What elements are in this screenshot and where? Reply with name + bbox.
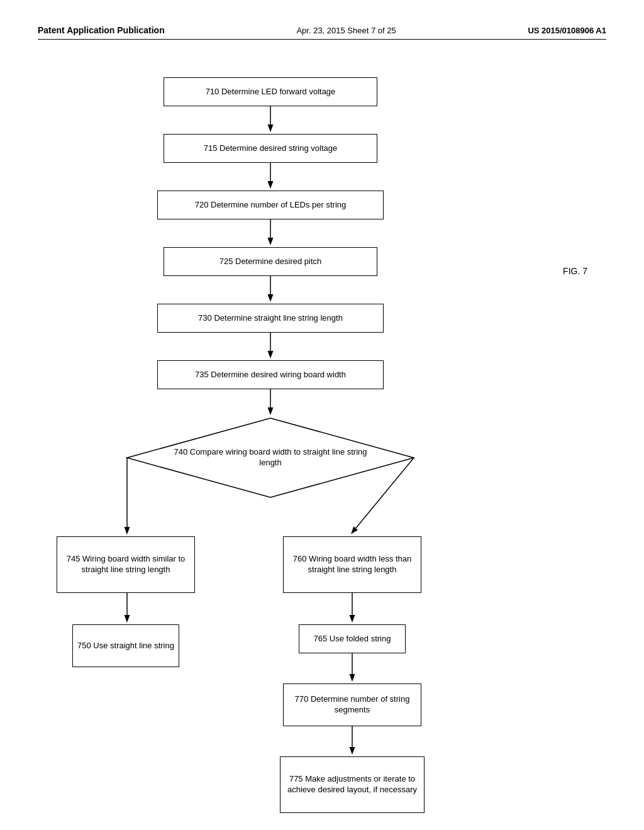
box-760: 760 Wiring board width less than straigh… <box>283 536 421 593</box>
header-center: Apr. 23, 2015 Sheet 7 of 25 <box>296 26 396 35</box>
box-730: 730 Determine straight line string lengt… <box>157 304 384 333</box>
box-745: 745 Wiring board width similar to straig… <box>57 536 195 593</box>
box-765: 765 Use folded string <box>299 624 406 653</box>
box-725: 725 Determine desired pitch <box>164 247 377 276</box>
box-770: 770 Determine number of string segments <box>283 683 421 726</box>
box-720: 720 Determine number of LEDs per string <box>157 191 384 219</box>
diamond-740: 740 Compare wiring board width to straig… <box>126 417 415 499</box>
box-710: 710 Determine LED forward voltage <box>164 77 377 106</box>
box-735: 735 Determine desired wiring board width <box>157 360 384 389</box>
header-left: Patent Application Publication <box>38 25 165 35</box>
box-775: 775 Make adjustments or iterate to achie… <box>280 756 425 813</box>
page-header: Patent Application Publication Apr. 23, … <box>38 25 606 40</box>
header-right: US 2015/0108906 A1 <box>528 26 606 35</box>
box-750: 750 Use straight line string <box>72 624 179 667</box>
diagram-area: FIG. 7 710 Determine LED forward voltage… <box>38 58 606 788</box>
box-715: 715 Determine desired string voltage <box>164 134 377 163</box>
page: Patent Application Publication Apr. 23, … <box>0 0 644 830</box>
fig-label: FIG. 7 <box>563 266 587 276</box>
